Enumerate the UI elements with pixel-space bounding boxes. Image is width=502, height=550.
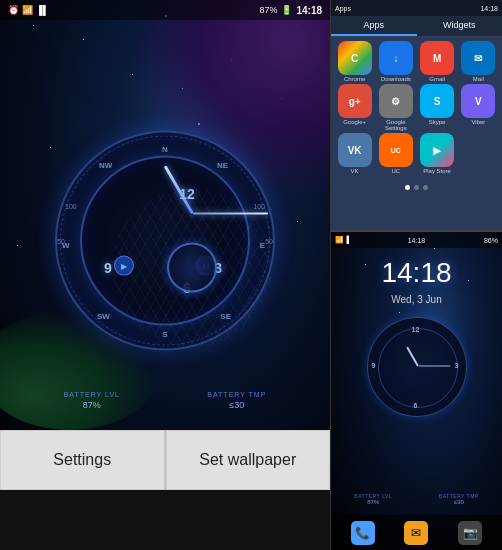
mail-icon: ✉ <box>461 41 495 75</box>
app-downloads[interactable]: ↓ Downloads <box>376 41 415 82</box>
battery-lvl-label: BATTERY LVL <box>64 391 120 398</box>
lock-screen-preview: 📶▐ 14:18 86% 14:18 Wed, 3 Jun 12 3 6 9 <box>330 230 502 550</box>
rb-clock-outer: 12 3 6 9 <box>367 317 467 417</box>
rb-battery: 86% <box>484 237 498 244</box>
tab-apps[interactable]: Apps <box>331 16 417 36</box>
vk-label: VK <box>351 168 359 174</box>
minute-hand <box>193 213 268 215</box>
app-playstore[interactable]: ▶ Play Store <box>418 133 457 174</box>
clock-num-9: 9 <box>104 260 112 276</box>
status-bar: ⏰ 📶 ▐▌ 87% 🔋 14:18 <box>0 0 330 20</box>
gmail-label: Gmail <box>429 76 445 82</box>
battery-lvl-value: 87% <box>64 400 120 410</box>
uc-label: UC <box>392 168 401 174</box>
uc-icon: UC <box>379 133 413 167</box>
app-skype[interactable]: S Skype <box>418 84 457 131</box>
battery-temp-section: BATTERY TMP ≤30 <box>207 391 266 410</box>
app-gmail[interactable]: M Gmail <box>418 41 457 82</box>
rt-tabs-bar: Apps Widgets <box>331 16 502 37</box>
gplus-label: Google+ <box>343 119 366 125</box>
right-panel: Apps 14:18 Apps Widgets C Chrome ↓ Downl… <box>330 0 502 550</box>
rb-num-3: 3 <box>455 362 459 369</box>
status-right: 87% 🔋 14:18 <box>259 5 322 16</box>
battery-percent: 87% <box>259 5 277 15</box>
viber-icon: V <box>461 84 495 118</box>
skype-icon: S <box>420 84 454 118</box>
app-gplus[interactable]: g+ Google+ <box>335 84 374 131</box>
status-icons-left: ⏰ 📶 ▐▌ <box>8 5 49 15</box>
rb-batt-lvl: BATTERY LVL 87% <box>354 493 392 505</box>
rb-minute-hand <box>418 366 450 367</box>
tab-widgets[interactable]: Widgets <box>417 16 503 36</box>
alarm-icon: ⏰ <box>8 5 19 15</box>
rb-battery-info: BATTERY LVL 87% BATTERY TMP ≤30 <box>331 493 502 505</box>
rb-clock-inner <box>378 328 458 408</box>
viber-label: Viber <box>471 119 485 125</box>
bottom-buttons-bar: Settings Set wallpaper <box>0 430 330 490</box>
chrome-label: Chrome <box>344 76 365 82</box>
rt-status-right: 14:18 <box>480 5 498 12</box>
rb-status-icons: 📶▐ <box>335 236 349 244</box>
gmail-icon: M <box>420 41 454 75</box>
rt-status-left: Apps <box>335 5 351 12</box>
rb-num-9: 9 <box>372 362 376 369</box>
mail-label: Mail <box>473 76 484 82</box>
apps-screen-preview: Apps 14:18 Apps Widgets C Chrome ↓ Downl… <box>330 0 502 230</box>
lock-screen-bg: 📶▐ 14:18 86% 14:18 Wed, 3 Jun 12 3 6 9 <box>331 232 502 550</box>
playstore-label: Play Store <box>423 168 451 174</box>
dock-message-icon[interactable]: ✉ <box>404 521 428 545</box>
set-wallpaper-button[interactable]: Set wallpaper <box>166 430 331 490</box>
lock-time: 14:18 <box>331 257 502 289</box>
page-dots <box>331 185 502 190</box>
rb-num-12: 12 <box>412 326 420 333</box>
rb-status-time: 14:18 <box>408 237 426 244</box>
dock-phone-icon[interactable]: 📞 <box>351 521 375 545</box>
dot-2 <box>414 185 419 190</box>
signal-icon: ▐▌ <box>36 5 49 15</box>
rb-num-6: 6 <box>414 402 418 409</box>
gsettings-icon: ⚙ <box>379 84 413 118</box>
skype-label: Skype <box>429 119 446 125</box>
rb-dock: 📞 ✉ 📷 <box>331 515 502 550</box>
app-uc[interactable]: UC UC <box>376 133 415 174</box>
battery-tmp-value: ≤30 <box>207 400 266 410</box>
settings-button[interactable]: Settings <box>0 430 165 490</box>
clock-time: 14:18 <box>296 5 322 16</box>
gsettings-label: Google Settings <box>376 119 415 131</box>
dock-camera-icon[interactable]: 📷 <box>458 521 482 545</box>
clock-left-icon: ▶ <box>114 256 134 276</box>
battery-level-section: BATTERY LVL 87% <box>64 391 120 410</box>
dot-3 <box>423 185 428 190</box>
apps-grid: C Chrome ↓ Downloads M Gmail ✉ Mail g+ <box>331 37 502 178</box>
analog-clock: 100 100 50 50 N NE E SE S SW W NW <box>55 131 275 351</box>
app-mail[interactable]: ✉ Mail <box>459 41 498 82</box>
wifi-icon: 📶 <box>22 5 33 15</box>
battery-icon: 🔋 <box>281 5 292 15</box>
dot-1 <box>405 185 410 190</box>
gplus-icon: g+ <box>338 84 372 118</box>
lock-date: Wed, 3 Jun <box>331 294 502 305</box>
vk-icon: VK <box>338 133 372 167</box>
playstore-icon: ▶ <box>420 133 454 167</box>
downloads-icon: ↓ <box>379 41 413 75</box>
app-vk[interactable]: VK VK <box>335 133 374 174</box>
clock-center-dot <box>167 243 217 293</box>
rb-status-bar: 📶▐ 14:18 86% <box>331 232 502 248</box>
chrome-icon: C <box>338 41 372 75</box>
app-gsettings[interactable]: ⚙ Google Settings <box>376 84 415 131</box>
rb-batt-tmp: BATTERY TMP ≤30 <box>439 493 479 505</box>
clock-inner-ring: 12 3 6 9 ▶ M <box>80 156 250 326</box>
app-chrome[interactable]: C Chrome <box>335 41 374 82</box>
battery-info-bar: BATTERY LVL 87% BATTERY TMP ≤30 <box>0 391 330 410</box>
main-phone-preview: ⏰ 📶 ▐▌ 87% 🔋 14:18 100 100 50 50 <box>0 0 330 490</box>
downloads-label: Downloads <box>381 76 411 82</box>
rb-mini-clock: 12 3 6 9 <box>367 317 467 417</box>
rt-status-bar: Apps 14:18 <box>331 0 502 16</box>
app-viber[interactable]: V Viber <box>459 84 498 131</box>
battery-tmp-label: BATTERY TMP <box>207 391 266 398</box>
